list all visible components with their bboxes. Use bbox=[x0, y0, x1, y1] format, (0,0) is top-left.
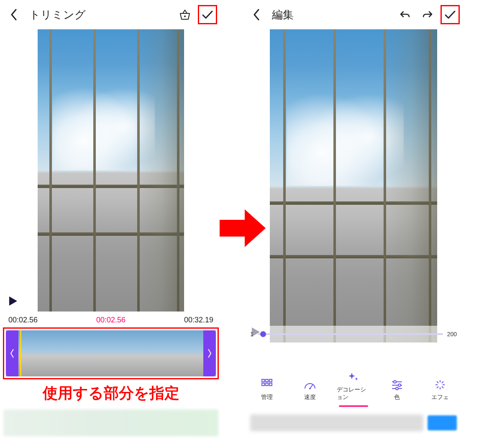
tool-color[interactable]: 色 bbox=[380, 379, 414, 401]
confirm-button[interactable] bbox=[200, 7, 215, 22]
preview-image bbox=[270, 29, 437, 342]
chevron-left-icon bbox=[253, 9, 261, 21]
svg-point-12 bbox=[398, 384, 401, 386]
sparkle-icon bbox=[348, 371, 359, 383]
video-preview bbox=[0, 29, 222, 312]
right-header: 編集 bbox=[243, 0, 464, 29]
time-current: 00:02.56 bbox=[96, 316, 126, 324]
tool-label: 色 bbox=[394, 394, 400, 401]
annotation-callout: 使用する部分を指定 bbox=[0, 380, 222, 409]
undo-button[interactable] bbox=[397, 7, 412, 22]
svg-line-20 bbox=[442, 386, 443, 388]
confirm-button[interactable] bbox=[443, 7, 458, 22]
page-title: トリミング bbox=[29, 8, 86, 22]
svg-rect-1 bbox=[262, 379, 264, 382]
grid-icon bbox=[261, 378, 273, 390]
svg-rect-3 bbox=[269, 379, 272, 382]
play-icon bbox=[8, 296, 18, 306]
edit-toolbar: 管理 速度 デコレーション bbox=[243, 342, 464, 405]
svg-point-14 bbox=[396, 387, 398, 390]
trim-timeline[interactable] bbox=[6, 330, 216, 376]
tool-label: 管理 bbox=[261, 394, 273, 401]
trim-handle-left[interactable] bbox=[6, 330, 18, 376]
check-icon bbox=[444, 10, 456, 20]
burst-icon bbox=[435, 379, 446, 390]
redo-button[interactable] bbox=[420, 7, 435, 22]
gauge-icon bbox=[304, 379, 316, 390]
left-header: トリミング bbox=[0, 0, 222, 29]
undo-icon bbox=[399, 10, 411, 20]
arrow-annotation bbox=[218, 205, 268, 251]
time-start: 00:02.56 bbox=[8, 316, 38, 324]
ad-banner bbox=[246, 409, 461, 436]
play-button[interactable] bbox=[7, 295, 19, 307]
tab-indicator bbox=[339, 405, 368, 407]
back-button[interactable] bbox=[249, 7, 264, 22]
slider-max: 200 bbox=[447, 331, 457, 337]
chevron-right-icon bbox=[207, 345, 212, 362]
page-title: 編集 bbox=[272, 8, 294, 22]
time-end: 00:32.19 bbox=[184, 316, 213, 324]
svg-rect-4 bbox=[262, 383, 264, 386]
trim-timeline-highlight bbox=[4, 329, 218, 378]
svg-rect-5 bbox=[266, 383, 268, 386]
svg-line-19 bbox=[437, 381, 438, 383]
svg-point-10 bbox=[394, 381, 396, 383]
back-button[interactable] bbox=[7, 7, 22, 22]
timeline-playhead[interactable] bbox=[20, 330, 21, 376]
basket-button[interactable] bbox=[177, 7, 192, 22]
svg-point-0 bbox=[184, 15, 186, 17]
slider-min: 1 bbox=[250, 331, 254, 337]
check-icon bbox=[202, 10, 213, 20]
redo-icon bbox=[422, 10, 433, 20]
speed-slider-row: 1 200 bbox=[247, 326, 460, 342]
chevron-left-icon bbox=[10, 345, 15, 362]
video-preview: 1 200 bbox=[243, 29, 464, 342]
chevron-left-icon bbox=[10, 9, 18, 21]
speed-slider[interactable] bbox=[258, 333, 443, 335]
timecodes: 00:02.56 00:02.56 00:32.19 bbox=[0, 312, 222, 327]
svg-point-8 bbox=[309, 388, 311, 389]
right-screen: 編集 1 bbox=[243, 0, 464, 440]
tool-label: エフェ bbox=[431, 394, 449, 401]
tool-speed[interactable]: 速度 bbox=[293, 379, 327, 401]
svg-line-21 bbox=[442, 381, 443, 383]
ad-banner bbox=[3, 409, 218, 436]
preview-image bbox=[38, 29, 184, 312]
tool-label: 速度 bbox=[304, 394, 316, 401]
svg-rect-6 bbox=[269, 383, 272, 386]
tool-label: デコレーション bbox=[337, 386, 370, 401]
basket-icon bbox=[179, 9, 191, 21]
tool-decoration[interactable]: デコレーション bbox=[337, 371, 370, 401]
sliders-icon bbox=[391, 379, 403, 390]
svg-line-22 bbox=[437, 386, 438, 388]
left-screen: トリミング 00:02.56 00:02.5 bbox=[0, 0, 222, 440]
tool-manage[interactable]: 管理 bbox=[250, 378, 284, 401]
slider-knob[interactable] bbox=[260, 331, 266, 337]
tool-effect[interactable]: エフェ bbox=[423, 379, 457, 401]
svg-rect-2 bbox=[266, 379, 268, 382]
trim-handle-right[interactable] bbox=[203, 330, 216, 376]
